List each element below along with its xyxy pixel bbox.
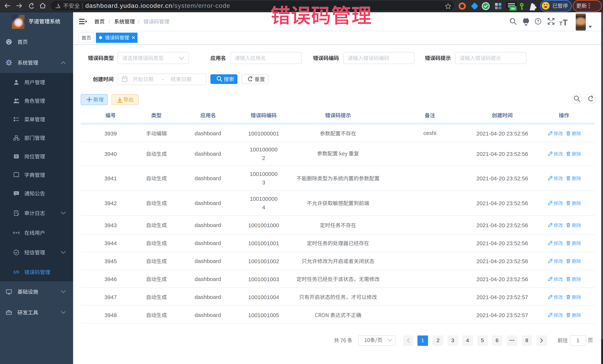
svg-text:2021-04-20 23:52:56: 2021-04-20 23:52:56 <box>476 175 528 181</box>
svg-text:?: ? <box>537 19 539 23</box>
svg-text:dashboard.yudao.iocoder.cn/sys: dashboard.yudao.iocoder.cn/system/error-… <box>85 2 230 9</box>
svg-text:1001001003: 1001001003 <box>248 276 279 282</box>
svg-text:dashboard: dashboard <box>195 312 221 318</box>
svg-text:2021-04-20 23:52:56: 2021-04-20 23:52:56 <box>476 240 528 246</box>
svg-text:dashboard: dashboard <box>195 222 221 228</box>
svg-text:1001001004: 1001001004 <box>248 294 279 300</box>
svg-text:2021-04-20 23:52:57: 2021-04-20 23:52:57 <box>476 312 528 318</box>
svg-text:3941: 3941 <box>104 175 117 181</box>
svg-text:4: 4 <box>262 204 265 210</box>
svg-text:2021-04-20 23:52:56: 2021-04-20 23:52:56 <box>476 151 528 157</box>
svg-text:2021-04-20 23:52:56: 2021-04-20 23:52:56 <box>476 258 528 264</box>
svg-text:dashboard: dashboard <box>195 294 221 300</box>
svg-text:T: T <box>563 18 568 27</box>
svg-text:/: / <box>138 19 139 24</box>
svg-text:3939: 3939 <box>104 131 117 137</box>
svg-text:3: 3 <box>262 179 265 186</box>
svg-text:dashboard: dashboard <box>195 240 221 246</box>
svg-text:3948: 3948 <box>104 312 117 318</box>
svg-text:8: 8 <box>525 338 528 343</box>
svg-text:3945: 3945 <box>104 258 117 264</box>
svg-text:1: 1 <box>577 338 580 343</box>
svg-text:-: - <box>162 76 163 82</box>
svg-text:3942: 3942 <box>104 200 117 206</box>
svg-text:dashboard: dashboard <box>195 200 221 206</box>
svg-text:1001001005: 1001001005 <box>248 312 279 318</box>
svg-text:3947: 3947 <box>104 294 117 300</box>
svg-text:100100000: 100100000 <box>250 146 278 153</box>
svg-text:2: 2 <box>262 155 265 161</box>
svg-text:3946: 3946 <box>104 276 117 282</box>
svg-text:2: 2 <box>437 338 440 343</box>
svg-text:dashboard: dashboard <box>195 276 221 282</box>
svg-text:3940: 3940 <box>104 151 117 157</box>
svg-text:1001001002: 1001001002 <box>248 258 279 264</box>
svg-text:3943: 3943 <box>104 222 117 228</box>
svg-text:1: 1 <box>421 338 424 343</box>
svg-text:/: / <box>109 19 110 24</box>
svg-text:4: 4 <box>466 338 469 343</box>
svg-text:1001000001: 1001000001 <box>248 131 279 137</box>
svg-text:100100000: 100100000 <box>250 171 278 177</box>
svg-text:3944: 3944 <box>104 240 117 246</box>
svg-text:2021-04-20 23:52:56: 2021-04-20 23:52:56 <box>476 222 528 228</box>
svg-text:ceshi: ceshi <box>423 130 436 136</box>
svg-text:T: T <box>559 21 563 26</box>
svg-text:2021-04-20 23:52:57: 2021-04-20 23:52:57 <box>476 294 528 300</box>
svg-text:3: 3 <box>451 338 454 343</box>
svg-text:6: 6 <box>496 338 499 343</box>
svg-text:1001001000: 1001001000 <box>248 222 279 228</box>
svg-text:dashboard: dashboard <box>195 130 221 136</box>
svg-text:dashboard: dashboard <box>195 151 221 157</box>
svg-text:2021-04-20 23:52:56: 2021-04-20 23:52:56 <box>476 200 528 206</box>
svg-text:2021-04-20 23:52:56: 2021-04-20 23:52:56 <box>476 276 528 282</box>
svg-text:1001001001: 1001001001 <box>248 240 279 246</box>
svg-text:5: 5 <box>481 338 484 343</box>
svg-text:2021-04-20 23:52:56: 2021-04-20 23:52:56 <box>476 131 528 137</box>
svg-text:on: on <box>511 7 515 10</box>
svg-text:dashboard: dashboard <box>195 175 221 181</box>
svg-text:100100000: 100100000 <box>250 196 278 202</box>
svg-text:dashboard: dashboard <box>195 258 221 264</box>
